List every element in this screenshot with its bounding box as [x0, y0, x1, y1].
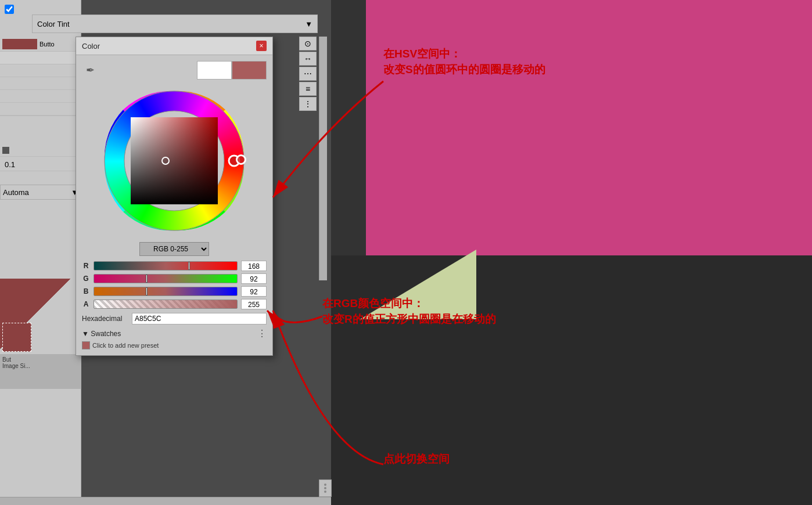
g-channel-value[interactable]: 92 [241, 273, 267, 284]
color-square[interactable] [131, 117, 218, 204]
top-controls: ✒ [82, 61, 267, 80]
b-channel-slider[interactable] [94, 287, 238, 296]
color-dialog-close-button[interactable]: × [256, 41, 267, 51]
hex-input[interactable]: A85C5C [132, 313, 267, 324]
color-dialog-title: Color [82, 42, 100, 50]
a-channel-label: A [82, 300, 90, 308]
panel-split-button[interactable] [319, 479, 332, 497]
color-mode-dropdown[interactable]: RGB 0-255 RGB 0-1 HSV Hex [139, 242, 209, 256]
color-dialog-titlebar: Color × [76, 37, 272, 55]
mode-selector: RGB 0-255 RGB 0-1 HSV Hex [82, 242, 267, 256]
g-channel-slider[interactable] [94, 274, 238, 283]
pink-wall [366, 0, 812, 273]
dropdown-arrow-icon[interactable]: ▼ [305, 20, 312, 28]
component-selector[interactable]: Color Tint ▼ [32, 15, 318, 33]
add-preset-row[interactable]: Click to add new preset [82, 341, 267, 349]
swatches-header: ▼ Swatches ⋮ [82, 328, 267, 341]
b-channel-row: B 92 [82, 286, 267, 297]
b-slider-thumb [146, 287, 148, 295]
r-channel-row: R 168 [82, 261, 267, 271]
thumbnail-label2: Image Si... [2, 363, 79, 369]
vertical-scrollbar[interactable] [319, 37, 327, 280]
hsv-annotation: 在HSV空间中：改变S的值圆环中的圆圈是移动的 [383, 46, 545, 77]
hex-label: Hexadecimal [82, 315, 128, 323]
settings-icon-btn[interactable]: ≡ [299, 82, 317, 96]
enable-checkbox[interactable] [5, 5, 14, 14]
r-channel-label: R [82, 262, 90, 270]
thumbnail-area: But Image Si... [0, 279, 81, 389]
dark-floor [331, 255, 812, 505]
new-color-preview [232, 61, 267, 80]
g-channel-label: G [82, 275, 90, 283]
color-dialog-body: ✒ [76, 55, 272, 355]
wheel-indicator [236, 154, 246, 165]
expand-icon-btn[interactable]: ↔ [299, 52, 317, 66]
r-channel-value[interactable]: 168 [241, 261, 267, 271]
horizontal-scrollbar[interactable] [0, 497, 331, 505]
thumbnail-label1: But [2, 356, 79, 363]
a-channel-row: A 255 [82, 299, 267, 309]
thumbnail-image [0, 279, 81, 354]
old-color-preview [197, 61, 232, 80]
component-checkbox[interactable] [5, 5, 16, 16]
g-slider-thumb [146, 275, 148, 283]
target-icon-btn[interactable]: ⊙ [299, 37, 317, 50]
swatches-menu-icon[interactable]: ⋮ [257, 328, 267, 339]
color-wheel-container[interactable] [99, 85, 250, 236]
more-icon-btn[interactable]: ⋮ [299, 97, 317, 111]
rgb-annotation: 在RGB颜色空间中：改变R的值正方形中圆圈是在移动的 [322, 296, 496, 327]
a-channel-slider[interactable] [94, 300, 238, 309]
g-channel-row: G 92 [82, 273, 267, 284]
button-label: Butto [39, 41, 55, 48]
add-preset-label: Click to add new preset [92, 342, 159, 349]
split-dot-3 [324, 490, 326, 493]
automa-dropdown[interactable]: Automa ▼ [0, 185, 81, 200]
hex-row: Hexadecimal A85C5C [82, 313, 267, 324]
split-dot-1 [324, 484, 326, 486]
a-channel-value[interactable]: 255 [241, 299, 267, 309]
color-dialog: Color × ✒ [76, 37, 273, 356]
switch-annotation: 点此切换空间 [383, 452, 450, 467]
lock-icon-btn[interactable]: ⋯ [299, 67, 317, 81]
square-indicator [161, 157, 170, 165]
panel-row-button: Butto [0, 37, 81, 116]
eyedropper-icon[interactable]: ✒ [82, 62, 98, 78]
component-label: Color Tint [37, 20, 70, 28]
panel-value-01: 0.1 [0, 158, 81, 171]
split-dot-2 [324, 487, 326, 489]
b-channel-value[interactable]: 92 [241, 286, 267, 297]
swatches-title[interactable]: ▼ Swatches [82, 330, 121, 338]
add-preset-swatch [82, 341, 90, 349]
b-channel-label: B [82, 287, 90, 295]
panel-slider-row [0, 144, 81, 157]
r-slider-thumb [188, 262, 190, 270]
r-channel-slider[interactable] [94, 261, 238, 270]
a-slider-thumb [236, 300, 238, 308]
